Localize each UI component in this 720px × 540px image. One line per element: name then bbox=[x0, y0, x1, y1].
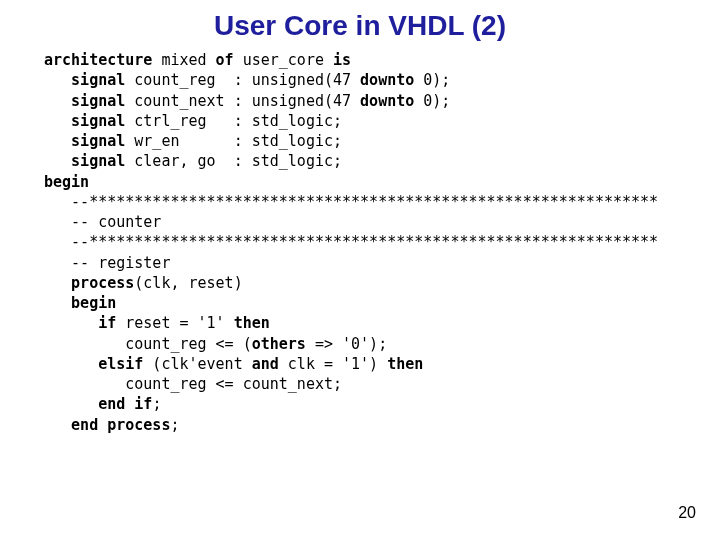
code-comment: -- register bbox=[44, 254, 170, 272]
code-text: count_reg <= ( bbox=[44, 335, 252, 353]
kw-signal: signal bbox=[44, 112, 125, 130]
code-text: 0); bbox=[414, 92, 450, 110]
code-text: clk = '1') bbox=[279, 355, 387, 373]
kw-end-if: end if bbox=[44, 395, 152, 413]
kw-process: process bbox=[44, 274, 134, 292]
kw-then: then bbox=[234, 314, 270, 332]
code-text: => '0'); bbox=[306, 335, 387, 353]
code-text: ; bbox=[152, 395, 161, 413]
code-text: wr_en : std_logic; bbox=[125, 132, 342, 150]
kw-begin: begin bbox=[44, 294, 116, 312]
kw-is: is bbox=[333, 51, 351, 69]
kw-then: then bbox=[387, 355, 423, 373]
kw-others: others bbox=[252, 335, 306, 353]
kw-downto: downto bbox=[360, 71, 414, 89]
page-number: 20 bbox=[678, 504, 696, 522]
kw-signal: signal bbox=[44, 71, 125, 89]
kw-elsif: elsif bbox=[44, 355, 143, 373]
kw-signal: signal bbox=[44, 132, 125, 150]
code-comment: -- counter bbox=[44, 213, 161, 231]
code-text: count_reg <= count_next; bbox=[44, 375, 342, 393]
kw-architecture: architecture bbox=[44, 51, 152, 69]
code-text: (clk'event bbox=[143, 355, 251, 373]
kw-if: if bbox=[44, 314, 116, 332]
kw-and: and bbox=[252, 355, 279, 373]
code-text: count_next : unsigned(47 bbox=[125, 92, 360, 110]
kw-downto: downto bbox=[360, 92, 414, 110]
code-text: (clk, reset) bbox=[134, 274, 242, 292]
code-text: mixed bbox=[152, 51, 215, 69]
kw-signal: signal bbox=[44, 92, 125, 110]
code-text: clear, go : std_logic; bbox=[125, 152, 342, 170]
code-text: user_core bbox=[234, 51, 333, 69]
kw-begin: begin bbox=[44, 173, 89, 191]
kw-end-process: end process bbox=[44, 416, 170, 434]
slide: User Core in VHDL (2) architecture mixed… bbox=[0, 0, 720, 540]
code-text: 0); bbox=[414, 71, 450, 89]
code-comment: --**************************************… bbox=[44, 233, 658, 251]
code-text: count_reg : unsigned(47 bbox=[125, 71, 360, 89]
code-comment: --**************************************… bbox=[44, 193, 658, 211]
code-text: ctrl_reg : std_logic; bbox=[125, 112, 342, 130]
vhdl-code-block: architecture mixed of user_core is signa… bbox=[0, 50, 720, 435]
code-text: ; bbox=[170, 416, 179, 434]
code-text: reset = '1' bbox=[116, 314, 233, 332]
kw-signal: signal bbox=[44, 152, 125, 170]
kw-of: of bbox=[216, 51, 234, 69]
slide-title: User Core in VHDL (2) bbox=[0, 0, 720, 50]
